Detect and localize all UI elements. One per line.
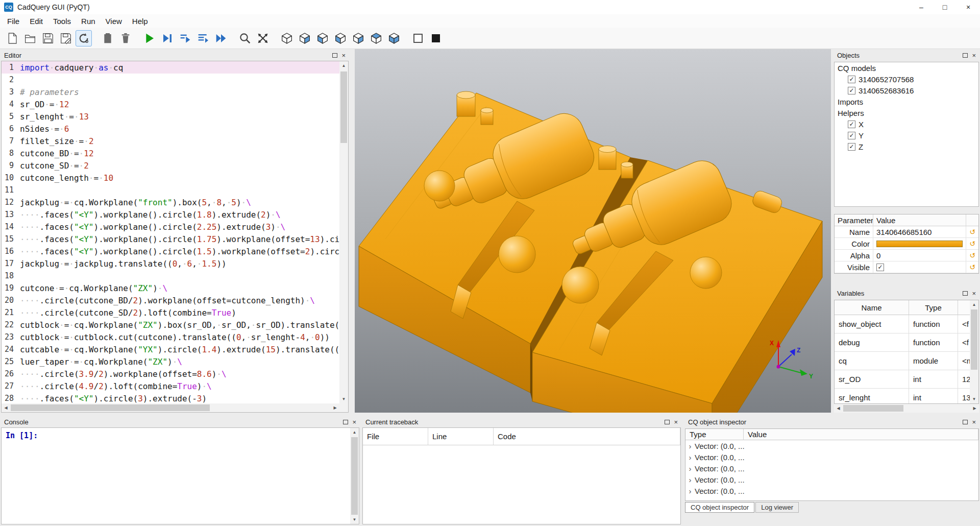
view-top-button[interactable] [368, 30, 384, 46]
inspector-row[interactable]: ›Vector: (0.0, ... [685, 451, 978, 463]
close-panel-button[interactable]: × [352, 419, 356, 425]
view-iso-button[interactable] [279, 30, 295, 46]
inspector-row[interactable]: ›Vector: (0.0, ... [685, 440, 978, 451]
float-panel-button[interactable] [963, 420, 968, 424]
view-back-button[interactable] [314, 30, 331, 46]
objects-tree[interactable]: CQ models✓3140652707568✓3140652683616Imp… [834, 62, 979, 207]
inspector-row[interactable]: ›Vector: (0.0, ... [685, 485, 978, 496]
checkbox[interactable]: ✓ [848, 121, 855, 128]
inspector-table[interactable]: TypeValue ›Vector: (0.0, ...›Vector: (0.… [685, 428, 979, 501]
scroll-right-arrow[interactable]: ▶ [331, 403, 339, 412]
maximize-button[interactable]: □ [933, 0, 957, 14]
objects-tree-item[interactable]: Helpers [835, 107, 978, 118]
scrollbar-thumb[interactable] [351, 437, 358, 515]
expand-chevron-icon[interactable]: › [685, 487, 695, 495]
float-panel-button[interactable] [343, 420, 348, 424]
scroll-up-arrow[interactable]: ▲ [970, 300, 978, 309]
scroll-left-arrow[interactable]: ◀ [834, 404, 843, 413]
checkbox[interactable]: ✓ [848, 143, 855, 151]
objects-tree-item[interactable]: CQ models [835, 62, 978, 74]
step-in-button[interactable] [195, 30, 211, 46]
scroll-right-arrow[interactable]: ▶ [970, 404, 979, 413]
property-value[interactable]: ✓ [873, 261, 966, 273]
variable-row[interactable]: show_objectfunction<f [835, 315, 978, 333]
column-header[interactable]: Line [428, 428, 494, 445]
expand-chevron-icon[interactable]: › [685, 442, 695, 450]
menu-run[interactable]: Run [76, 17, 101, 26]
column-header[interactable]: Code [494, 428, 680, 445]
debug-button[interactable] [159, 30, 176, 46]
menu-help[interactable]: Help [127, 17, 153, 26]
column-header[interactable]: Type [909, 300, 958, 315]
checkbox[interactable]: ✓ [848, 76, 855, 83]
scroll-up-arrow[interactable]: ▲ [350, 428, 359, 437]
step-button[interactable] [177, 30, 193, 46]
close-panel-button[interactable]: × [972, 290, 976, 297]
float-panel-button[interactable] [332, 53, 337, 58]
save-button[interactable] [40, 30, 56, 46]
view-left-button[interactable] [332, 30, 349, 46]
continue-button[interactable] [213, 30, 229, 46]
reset-button[interactable]: ↺ [966, 238, 978, 250]
close-panel-button[interactable]: × [972, 52, 976, 59]
view-right-button[interactable] [350, 30, 366, 46]
variables-vertical-scrollbar[interactable]: ▲ ▼ [970, 300, 978, 403]
reset-button[interactable]: ↺ [966, 261, 978, 273]
objects-tree-item[interactable]: ✓X [835, 118, 978, 130]
column-header[interactable]: File [363, 428, 428, 445]
scrollbar-thumb[interactable] [971, 309, 977, 370]
editor-vertical-scrollbar[interactable]: ▲ ▼ [339, 61, 348, 403]
menu-tools[interactable]: Tools [48, 17, 76, 26]
menu-view[interactable]: View [101, 17, 127, 26]
objects-tree-item[interactable]: ✓Y [835, 130, 978, 141]
tab-cq-object-inspector[interactable]: CQ object inspector [685, 502, 754, 513]
expand-chevron-icon[interactable]: › [685, 453, 695, 462]
wireframe-button[interactable] [410, 30, 426, 46]
float-panel-button[interactable] [963, 53, 968, 58]
objects-tree-item[interactable]: Imports [835, 96, 978, 107]
shaded-button[interactable] [428, 30, 444, 46]
variable-row[interactable]: sr_ODint12 [835, 370, 978, 389]
copy-to-clipboard-button[interactable] [100, 30, 116, 46]
close-panel-button[interactable]: × [674, 419, 678, 425]
3d-viewport[interactable]: X Z Y [355, 49, 831, 413]
zoom-button[interactable] [237, 30, 253, 46]
close-button[interactable]: × [957, 0, 980, 14]
console-body[interactable]: In [1]: ▲ ▼ [1, 427, 359, 524]
scrollbar-thumb[interactable] [340, 71, 347, 143]
view-bottom-button[interactable] [386, 30, 402, 46]
scrollbar-thumb[interactable] [843, 405, 903, 412]
close-panel-button[interactable]: × [341, 52, 346, 59]
tab-log-viewer[interactable]: Log viewer [755, 502, 799, 513]
delete-button[interactable] [117, 30, 134, 46]
objects-tree-item[interactable]: ✓3140652683616 [835, 85, 978, 96]
property-value[interactable]: 3140646685160 [873, 226, 966, 238]
column-header[interactable]: Type [685, 429, 744, 440]
code-lines[interactable]: 1import·cadquery·as·cq23# parameters4sr_… [2, 61, 339, 403]
expand-chevron-icon[interactable]: › [685, 475, 695, 484]
editor-horizontal-scrollbar[interactable]: ◀ ▶ [2, 403, 339, 412]
new-file-button[interactable] [4, 30, 20, 46]
float-panel-button[interactable] [963, 291, 968, 296]
console-vertical-scrollbar[interactable]: ▲ ▼ [350, 428, 359, 524]
variables-horizontal-scrollbar[interactable]: ◀ ▶ [834, 404, 979, 413]
scrollbar-thumb[interactable] [11, 404, 210, 411]
scroll-left-arrow[interactable]: ◀ [2, 403, 10, 412]
column-header[interactable]: Name [835, 300, 909, 315]
variable-row[interactable]: sr_lenghtint13 [835, 389, 978, 404]
menu-file[interactable]: File [2, 17, 24, 26]
editor-body[interactable]: 1import·cadquery·as·cq23# parameters4sr_… [1, 61, 349, 413]
checkbox[interactable]: ✓ [876, 264, 884, 271]
open-file-button[interactable] [22, 30, 38, 46]
variable-row[interactable]: cqmodule<m [835, 352, 978, 370]
checkbox[interactable]: ✓ [848, 132, 855, 139]
view-front-button[interactable] [297, 30, 313, 46]
reset-button[interactable]: ↺ [966, 250, 978, 261]
save-as-button[interactable] [58, 30, 74, 46]
autoreload-toggle[interactable] [76, 30, 92, 46]
scroll-down-arrow[interactable]: ▼ [970, 395, 978, 403]
property-value[interactable] [873, 238, 966, 250]
float-panel-button[interactable] [665, 420, 670, 424]
property-value[interactable]: 0 [873, 250, 966, 261]
column-header[interactable]: Parameter [835, 214, 873, 226]
